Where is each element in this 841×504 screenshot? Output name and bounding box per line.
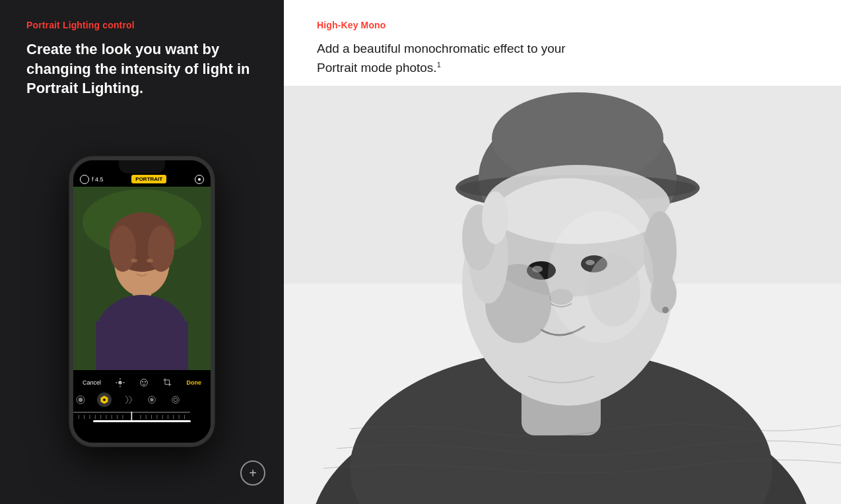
right-panel: High-Key Mono Add a beautiful monochroma… <box>284 0 841 504</box>
crop-icon[interactable] <box>160 375 175 390</box>
feature-description: Add a beautiful monochromatic effect to … <box>317 40 634 77</box>
cancel-button-label[interactable]: Cancel <box>83 379 101 386</box>
live-indicator <box>195 175 204 184</box>
bw-portrait-photo <box>284 86 841 504</box>
svg-point-4 <box>110 226 136 272</box>
svg-point-16 <box>140 379 147 386</box>
portrait-badge: PORTRAIT <box>131 175 166 183</box>
slider-ticks-svg <box>73 412 190 422</box>
slider-track <box>73 412 190 413</box>
cancel-done-row: Cancel <box>73 370 211 393</box>
left-panel: Portrait Lighting control Create the loo… <box>0 0 284 504</box>
plus-icon: + <box>249 466 257 480</box>
svg-rect-10 <box>96 321 188 370</box>
natural-light-icon[interactable] <box>73 393 88 407</box>
svg-point-17 <box>142 381 143 382</box>
sun-icon[interactable] <box>113 375 127 390</box>
face-icon[interactable] <box>137 375 151 390</box>
studio-light-icon[interactable] <box>97 393 112 407</box>
aperture-display: f 4.5 <box>80 175 104 184</box>
stage-light-icon[interactable] <box>145 393 159 407</box>
contour-light-icon[interactable] <box>121 393 135 407</box>
add-button[interactable]: + <box>240 460 265 486</box>
feature-title: Create the look you want by changing the… <box>26 40 257 98</box>
feature-label-left: Portrait Lighting control <box>26 20 257 30</box>
phone-photo <box>73 187 211 370</box>
done-button-label[interactable]: Done <box>186 379 201 386</box>
description-line1: Add a beautiful monochromatic effect to … <box>317 42 566 55</box>
live-dot <box>198 178 201 181</box>
edit-icons <box>113 374 175 391</box>
footnote-superscript: 1 <box>437 60 441 68</box>
slider-ticks <box>73 412 190 413</box>
svg-point-24 <box>150 398 153 401</box>
stage-mono-light-icon[interactable] <box>168 393 183 407</box>
svg-point-19 <box>79 397 83 402</box>
svg-point-65 <box>662 307 669 313</box>
svg-point-11 <box>118 381 121 384</box>
svg-point-71 <box>548 211 654 343</box>
feature-label-right: High-Key Mono <box>317 20 808 30</box>
camera-top-bar: f 4.5 PORTRAIT <box>73 175 211 184</box>
phone-mockup-container: f 4.5 PORTRAIT <box>26 118 257 484</box>
phone-mockup: f 4.5 PORTRAIT <box>69 156 215 447</box>
svg-point-22 <box>103 398 106 401</box>
lighting-mode-icons <box>73 393 211 407</box>
phone-bottom-controls: Cancel <box>73 370 211 443</box>
svg-point-26 <box>174 398 177 401</box>
svg-point-18 <box>145 381 145 382</box>
description-line2: Portrait mode photos. <box>317 61 437 75</box>
svg-point-69 <box>482 191 508 244</box>
portrait-photo-svg <box>73 187 211 370</box>
svg-point-6 <box>131 259 137 263</box>
svg-point-5 <box>148 226 174 272</box>
svg-point-25 <box>172 396 180 403</box>
svg-point-7 <box>147 259 153 263</box>
aperture-value: f 4.5 <box>92 176 104 183</box>
lighting-intensity-slider[interactable] <box>73 407 190 418</box>
phone-screen: f 4.5 PORTRAIT <box>73 160 211 443</box>
aperture-icon <box>80 175 89 184</box>
bw-portrait-svg <box>284 86 841 504</box>
